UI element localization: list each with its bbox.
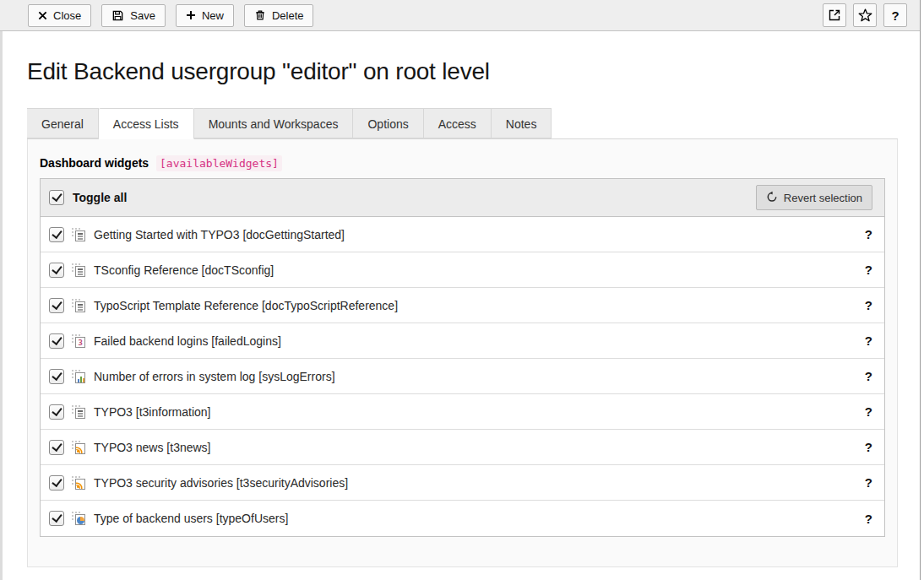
save-button-label: Save — [130, 9, 155, 22]
toggle-all-label: Toggle all — [73, 191, 127, 204]
delete-button-label: Delete — [272, 9, 304, 22]
document-icon — [72, 299, 85, 312]
tab-label: Access — [438, 117, 476, 131]
widget-label: Number of errors in system log [sysLogEr… — [94, 370, 335, 383]
tab[interactable]: Mounts and Workspaces — [194, 108, 354, 138]
widget-checkbox[interactable] — [49, 404, 64, 420]
widget-row: TypoScript Template Reference [docTypoSc… — [41, 288, 884, 323]
section-head: Dashboard widgets [availableWidgets] — [40, 156, 885, 170]
document-icon — [72, 263, 85, 277]
widget-label: Failed backend logins [failedLogins] — [94, 334, 281, 348]
toolbar-right-group: ? — [823, 3, 907, 27]
widget-label: TYPO3 [t3information] — [94, 405, 211, 419]
widget-row: TYPO3 [t3information] ? — [41, 394, 884, 430]
rss-icon — [72, 441, 85, 454]
tab-label: Mounts and Workspaces — [209, 117, 339, 131]
close-button[interactable]: Close — [28, 4, 91, 27]
barchart-icon — [72, 370, 85, 383]
toolbar-left-group: Close Save New — [28, 4, 313, 27]
number-icon — [72, 334, 85, 348]
widget-label: TYPO3 security advisories [t3securityAdv… — [94, 476, 348, 490]
bookmark-star-icon — [857, 8, 873, 24]
revert-selection-label: Revert selection — [784, 192, 862, 204]
new-button-label: New — [202, 9, 224, 22]
new-button[interactable]: New — [176, 4, 234, 27]
help-button[interactable]: ? — [883, 3, 907, 27]
docheader-toolbar: Close Save New — [0, 0, 920, 31]
tab[interactable]: Access Lists — [99, 108, 194, 139]
scrollbar-track-edge — [920, 0, 921, 580]
widget-row: TYPO3 security advisories [t3securityAdv… — [41, 465, 884, 501]
widget-label: TYPO3 news [t3news] — [94, 441, 211, 454]
row-help-icon[interactable]: ? — [865, 475, 872, 490]
undo-icon — [766, 191, 778, 205]
tab-label: General — [41, 117, 84, 131]
revert-selection-button[interactable]: Revert selection — [756, 185, 872, 210]
piechart-icon — [72, 512, 85, 525]
widget-checkbox[interactable] — [49, 227, 64, 242]
widget-row: Getting Started with TYPO3 [docGettingSt… — [41, 217, 884, 252]
close-icon — [38, 11, 47, 20]
tab[interactable]: Options — [353, 108, 423, 138]
bookmark-button[interactable] — [853, 3, 877, 27]
row-help-icon[interactable]: ? — [865, 512, 872, 526]
tab-label: Options — [367, 117, 408, 131]
widget-checkbox[interactable] — [49, 511, 64, 526]
trash-icon — [254, 9, 266, 21]
rss-icon — [72, 476, 85, 490]
row-help-icon[interactable]: ? — [865, 298, 872, 312]
plus-icon — [186, 10, 196, 20]
widget-label: TSconfig Reference [docTSconfig] — [94, 263, 274, 277]
row-help-icon[interactable]: ? — [865, 440, 872, 454]
module-body: Edit Backend usergroup "editor" on root … — [3, 31, 920, 580]
widget-table: Toggle all Revert selection — [40, 178, 885, 537]
widget-table-body: Getting Started with TYPO3 [docGettingSt… — [41, 217, 884, 536]
save-icon — [111, 9, 124, 22]
widget-checkbox[interactable] — [49, 440, 64, 455]
widget-row: Number of errors in system log [sysLogEr… — [41, 359, 884, 394]
tab-bar: General Access Lists Mounts and Workspac… — [27, 108, 898, 139]
widget-row: Type of backend users [typeOfUsers] ? — [41, 501, 884, 536]
typo3-backend-screen: Close Save New — [0, 0, 924, 580]
row-help-icon[interactable]: ? — [865, 227, 872, 241]
widget-table-header: Toggle all Revert selection — [41, 179, 884, 217]
row-help-icon[interactable]: ? — [865, 263, 872, 277]
section-label: Dashboard widgets — [40, 156, 149, 170]
open-in-new-window-icon — [828, 8, 841, 22]
delete-button[interactable]: Delete — [244, 4, 314, 27]
tab[interactable]: General — [27, 108, 99, 138]
row-help-icon[interactable]: ? — [865, 333, 872, 348]
widget-label: Getting Started with TYPO3 [docGettingSt… — [94, 228, 345, 241]
section-code: [availableWidgets] — [156, 155, 282, 171]
widget-label: TypoScript Template Reference [docTypoSc… — [94, 299, 398, 312]
widget-checkbox[interactable] — [49, 333, 64, 349]
tab[interactable]: Notes — [492, 108, 552, 138]
widget-label: Type of backend users [typeOfUsers] — [94, 512, 288, 525]
document-icon — [72, 405, 85, 419]
toggle-all-checkbox[interactable] — [49, 190, 64, 205]
document-icon — [72, 228, 85, 241]
widget-row: Failed backend logins [failedLogins] ? — [41, 323, 884, 359]
left-gutter — [0, 31, 3, 580]
widget-checkbox[interactable] — [49, 475, 64, 491]
close-button-label: Close — [53, 9, 81, 22]
tab[interactable]: Access — [424, 108, 492, 138]
tab-label: Access Lists — [113, 117, 179, 131]
widget-row: TYPO3 news [t3news] ? — [41, 430, 884, 465]
widget-checkbox[interactable] — [49, 298, 64, 313]
open-in-new-window-button[interactable] — [823, 3, 846, 27]
save-button[interactable]: Save — [101, 4, 166, 27]
row-help-icon[interactable]: ? — [865, 369, 872, 383]
tab-label: Notes — [506, 117, 537, 131]
access-lists-panel: Dashboard widgets [availableWidgets] Tog… — [27, 139, 898, 567]
widget-row: TSconfig Reference [docTSconfig] ? — [41, 252, 884, 288]
row-help-icon[interactable]: ? — [865, 404, 872, 419]
page-title: Edit Backend usergroup "editor" on root … — [27, 58, 898, 85]
widget-checkbox[interactable] — [49, 263, 64, 278]
help-icon: ? — [891, 8, 899, 23]
widget-checkbox[interactable] — [49, 369, 64, 384]
